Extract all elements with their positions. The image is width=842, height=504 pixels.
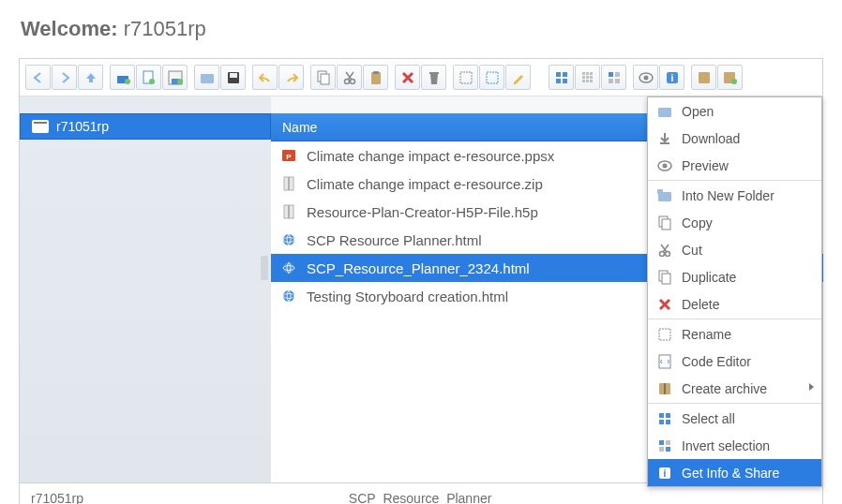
cut-icon[interactable] xyxy=(337,65,362,90)
svg-rect-31 xyxy=(590,80,593,82)
menu-item-invert-selection[interactable]: Invert selection xyxy=(648,432,821,459)
menu-item-copy[interactable]: Copy xyxy=(648,209,821,236)
svg-point-51 xyxy=(283,262,294,274)
grid-icon[interactable] xyxy=(601,65,626,90)
paste-icon[interactable] xyxy=(363,65,388,90)
menu-label: Preview xyxy=(682,158,729,173)
archive-icon xyxy=(655,380,674,397)
html-icon xyxy=(280,231,297,248)
menu-item-create-archive[interactable]: Create archive xyxy=(648,375,821,402)
trash-icon[interactable] xyxy=(421,65,446,90)
zip-icon xyxy=(280,175,297,192)
menu-label: Get Info & Share xyxy=(682,466,779,481)
svg-rect-73 xyxy=(659,420,664,424)
rename-icon xyxy=(655,326,674,343)
menu-item-download[interactable]: Download xyxy=(648,125,821,152)
download-icon xyxy=(655,130,674,147)
forward-icon[interactable] xyxy=(52,65,77,90)
back-icon[interactable] xyxy=(25,65,51,90)
menu-item-rename[interactable]: Rename xyxy=(648,320,821,348)
menu-item-cut[interactable]: Cut xyxy=(648,236,821,263)
file-name: Resource-Plan-Creator-H5P-File.h5p xyxy=(307,204,538,220)
invert-icon xyxy=(655,437,674,454)
menu-label: Download xyxy=(682,131,740,146)
menu-item-into-new-folder[interactable]: Into New Folder xyxy=(648,182,821,209)
disk-icon[interactable] xyxy=(220,65,246,90)
svg-text:i: i xyxy=(670,73,673,83)
file-name: SCP Resource Planner.html xyxy=(307,232,481,248)
svg-rect-21 xyxy=(556,79,561,83)
svg-rect-29 xyxy=(582,80,585,82)
svg-rect-60 xyxy=(657,189,663,194)
svg-rect-27 xyxy=(586,76,589,79)
selectall-icon xyxy=(655,410,674,427)
up-icon[interactable] xyxy=(78,65,103,90)
svg-point-6 xyxy=(177,79,183,84)
svg-rect-48 xyxy=(288,205,290,218)
copy-icon[interactable] xyxy=(310,65,336,90)
delete-icon[interactable] xyxy=(395,65,420,90)
menu-item-preview[interactable]: Preview xyxy=(648,152,821,179)
svg-rect-17 xyxy=(460,72,472,83)
extra-icon[interactable] xyxy=(717,65,743,90)
menu-item-code-editor[interactable]: Code Editor xyxy=(648,348,821,375)
file-name: Testing Storyboard creation.html xyxy=(307,289,508,304)
menu-label: Into New Folder xyxy=(682,188,774,203)
menu-item-open[interactable]: Open xyxy=(648,97,821,125)
edit-icon[interactable] xyxy=(505,65,531,90)
save-icon[interactable] xyxy=(162,65,188,90)
svg-point-58 xyxy=(663,163,668,168)
html-icon xyxy=(280,259,297,276)
settings-icon[interactable] xyxy=(691,65,716,90)
svg-rect-24 xyxy=(586,72,589,75)
svg-rect-67 xyxy=(659,329,670,340)
splitter-handle[interactable] xyxy=(261,256,268,280)
svg-rect-28 xyxy=(590,76,593,79)
file-name: SCP_Resource_Planner_2324.html xyxy=(307,260,530,276)
info-icon: i xyxy=(655,465,674,482)
menu-label: Select all xyxy=(682,411,735,426)
svg-rect-70 xyxy=(664,383,666,394)
info-icon[interactable]: i xyxy=(659,65,684,90)
tree-root-item[interactable]: r71051rp xyxy=(20,113,271,140)
svg-point-1 xyxy=(125,79,130,84)
duplicate-icon xyxy=(655,269,674,286)
redo-icon[interactable] xyxy=(278,65,304,90)
cut-icon xyxy=(655,242,674,259)
preview-icon[interactable] xyxy=(633,65,658,90)
menu-label: Invert selection xyxy=(682,438,770,453)
svg-rect-62 xyxy=(662,219,670,230)
open-folder-icon[interactable] xyxy=(194,65,219,90)
tiles-icon[interactable] xyxy=(549,65,574,90)
svg-rect-26 xyxy=(582,76,585,79)
menu-item-delete[interactable]: Delete xyxy=(648,290,821,318)
svg-rect-56 xyxy=(660,142,669,144)
menu-item-select-all[interactable]: Select all xyxy=(648,405,821,432)
workspace: i r71051rp Name PClimate change impact e… xyxy=(19,58,823,504)
column-name-label: Name xyxy=(282,120,317,135)
svg-rect-15 xyxy=(373,71,379,74)
menu-item-duplicate[interactable]: Duplicate xyxy=(648,263,821,290)
svg-text:P: P xyxy=(286,153,292,161)
menu-label: Duplicate xyxy=(682,270,736,285)
copy-icon xyxy=(655,215,674,231)
new-file-icon[interactable] xyxy=(136,65,161,90)
svg-rect-11 xyxy=(321,74,329,84)
undo-icon[interactable] xyxy=(252,65,278,90)
svg-point-49 xyxy=(283,234,294,245)
menu-item-get-info-share[interactable]: iGet Info & Share xyxy=(648,459,821,486)
rename-icon[interactable] xyxy=(479,65,504,90)
file-name: Climate change impact e-resource.zip xyxy=(307,176,543,192)
svg-rect-30 xyxy=(586,80,589,82)
svg-rect-46 xyxy=(288,177,290,190)
folder-icon xyxy=(655,103,674,120)
sidebar: r71051rp xyxy=(20,96,271,482)
home-icon[interactable] xyxy=(110,65,135,90)
menu-label: Rename xyxy=(682,327,731,342)
menu-label: Delete xyxy=(682,297,719,312)
menu-label: Create archive xyxy=(682,381,767,396)
preview-icon xyxy=(655,157,674,174)
svg-point-37 xyxy=(643,75,648,80)
grid-small-icon[interactable] xyxy=(575,65,600,90)
select-all-icon[interactable] xyxy=(453,65,478,90)
